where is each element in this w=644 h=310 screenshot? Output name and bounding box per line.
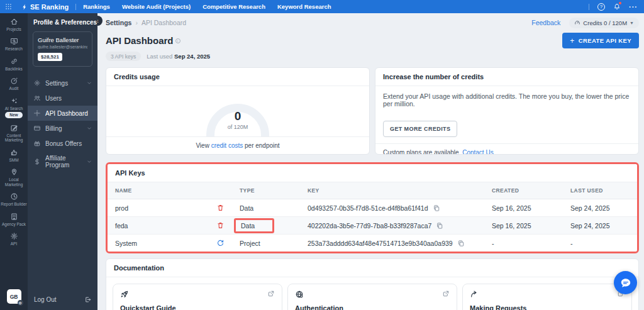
- chevron-down-icon: [87, 80, 92, 86]
- key-name: prod: [115, 204, 128, 212]
- credits-usage-title: Credits usage: [106, 68, 369, 86]
- lightning-icon: [21, 3, 28, 11]
- menu-item-affiliate-program[interactable]: Affiliate Program: [28, 151, 97, 172]
- contact-us-link[interactable]: Contact Us: [462, 149, 493, 155]
- documentation-card: Documentation Quickstart Guide Copy-past…: [106, 258, 639, 310]
- user-card: Guifre Ballester guifre.ballester@serank…: [33, 31, 92, 67]
- credits-usage-card: Credits usage 0 of 120M View credit cost…: [106, 67, 370, 155]
- gauge-icon: [574, 19, 580, 26]
- credits-total-caption: of 120M: [205, 124, 270, 130]
- brand-name: SE Ranking: [30, 3, 69, 11]
- credit-card-icon: [33, 125, 41, 132]
- create-api-key-button[interactable]: + CREATE API KEY: [562, 33, 639, 48]
- annotation-box-api-keys: API Keys NAME TYPE KEY CREATED LAST USED…: [106, 162, 639, 253]
- apps-grid-icon[interactable]: [5, 3, 12, 10]
- key-created: -: [484, 235, 563, 252]
- key-last-used: -: [563, 235, 637, 252]
- refresh-key-icon[interactable]: [216, 239, 225, 247]
- globe-lock-icon: [295, 290, 304, 299]
- breadcrumb-separator: ›: [135, 19, 138, 26]
- help-icon[interactable]: ?: [597, 3, 605, 11]
- credits-gauge: 0 of 120M: [205, 102, 270, 136]
- balance-badge[interactable]: $28,521: [38, 53, 62, 61]
- nav-keyword-research[interactable]: Keyword Research: [277, 3, 331, 10]
- sidebar-item-content-marketing[interactable]: Content Marketing: [0, 121, 28, 146]
- avatar-gear-icon: ⚙: [18, 300, 23, 306]
- sidebar-item-audit[interactable]: Audit: [0, 74, 28, 94]
- menu-item-api-dashboard[interactable]: API Dashboard: [28, 106, 97, 121]
- chat-widget-button[interactable]: [614, 271, 637, 294]
- primary-sidebar: Projects Research Backlinks Audit AI Sea…: [0, 13, 28, 310]
- feedback-link[interactable]: Feedback: [531, 19, 560, 26]
- user-avatar[interactable]: GB ⚙: [7, 289, 21, 304]
- user-name: Guifre Ballester: [38, 36, 87, 43]
- sidebar-item-ai-search[interactable]: AI Search New: [0, 94, 28, 121]
- api-keys-title: API Keys: [108, 164, 637, 182]
- api-keys-count-badge: 3 API keys: [106, 52, 141, 61]
- annotation-box-type-cell: Data: [234, 218, 274, 233]
- breadcrumb-settings[interactable]: Settings: [106, 19, 131, 26]
- sidebar-item-agency-pack[interactable]: Agency Pack: [0, 210, 28, 230]
- copy-icon[interactable]: [436, 222, 443, 230]
- caret-down-icon: ▼: [630, 21, 634, 25]
- menu-item-billing[interactable]: Billing: [28, 121, 97, 136]
- table-row: feda Data 402202da-3b5e-77d9-7ba8-b33f92…: [108, 217, 637, 235]
- key-value: 253a73adddd634af48e47514713e9b340aa0a939: [308, 240, 453, 247]
- menu-item-users[interactable]: Users: [28, 91, 97, 106]
- table-row: prod Data 0d493257-0b35-f7d8-51ce-d4f8ba…: [108, 199, 637, 217]
- key-last-used: Sep 24, 2025: [563, 199, 637, 216]
- credits-usage-footer: View credit costs per endpoint: [106, 136, 369, 154]
- get-more-credits-button[interactable]: GET MORE CREDITS: [383, 121, 457, 137]
- logout-button[interactable]: Log Out: [28, 289, 97, 310]
- chevron-down-icon: [87, 126, 92, 131]
- doc-card-making-requests[interactable]: Making Requests URL schema, query params…: [462, 284, 632, 310]
- chat-bubble-icon: [620, 277, 631, 289]
- profile-preferences-panel: Profile & Preferences Guifre Ballester g…: [28, 13, 97, 310]
- doc-card-authentication[interactable]: Authentication Secure every call with yo…: [287, 284, 457, 310]
- sidebar-item-api[interactable]: API: [0, 230, 28, 249]
- delete-key-icon[interactable]: [216, 221, 225, 230]
- key-created: Sep 16, 2025: [484, 217, 563, 234]
- chevron-down-icon: [87, 159, 92, 164]
- menu-item-settings[interactable]: Settings: [28, 75, 97, 91]
- doc-card-quickstart[interactable]: Quickstart Guide Copy-paste examples to …: [113, 284, 282, 310]
- gear-icon: [33, 79, 41, 87]
- sidebar-item-backlinks[interactable]: Backlinks: [0, 55, 28, 74]
- copy-icon[interactable]: [457, 240, 465, 247]
- collapse-sidebar-button[interactable]: ‹: [97, 16, 103, 26]
- nav-website-audit[interactable]: Website Audit (Projects): [122, 3, 191, 10]
- breadcrumb-api-dashboard: API Dashboard: [142, 19, 186, 26]
- key-type: Data: [241, 222, 255, 230]
- divider: [75, 4, 76, 10]
- nav-rankings[interactable]: Rankings: [83, 3, 110, 10]
- column-key: KEY: [300, 182, 484, 199]
- credits-dropdown[interactable]: Credits 0 / 120M ▼: [569, 18, 639, 28]
- arrow-redirect-icon: [470, 290, 479, 299]
- key-last-used: Sep 24, 2025: [563, 217, 637, 234]
- key-type: Project: [240, 240, 260, 247]
- sidebar-item-projects[interactable]: Projects: [0, 15, 28, 35]
- top-bar: SE Ranking Rankings Website Audit (Proje…: [0, 0, 644, 13]
- copy-icon[interactable]: [433, 204, 440, 212]
- sidebar-item-smm[interactable]: SMM: [0, 146, 28, 165]
- credit-costs-link[interactable]: credit costs: [211, 142, 243, 149]
- nav-competitive-research[interactable]: Competitive Research: [203, 3, 265, 10]
- brand-logo[interactable]: SE Ranking: [21, 3, 69, 11]
- external-link-icon: [442, 290, 450, 297]
- sidebar-item-research[interactable]: Research: [0, 35, 28, 54]
- sidebar-item-report-builder[interactable]: Report Builder: [0, 190, 28, 209]
- top-nav: Rankings Website Audit (Projects) Compet…: [83, 3, 331, 10]
- increase-credits-title: Increase the number of credits: [375, 68, 638, 86]
- documentation-title: Documentation: [106, 259, 638, 277]
- crosshair-icon: [33, 109, 41, 117]
- last-used-value: Sep 24, 2025: [174, 53, 210, 60]
- more-menu-icon[interactable]: ···: [629, 5, 638, 9]
- sidebar-item-local-marketing[interactable]: Local Marketing: [0, 165, 28, 190]
- credits-used-value: 0: [205, 109, 270, 123]
- menu-item-bonus-offers[interactable]: Bonus Offers: [28, 136, 97, 151]
- key-name: System: [115, 240, 137, 247]
- delete-key-icon[interactable]: [216, 204, 225, 212]
- info-icon[interactable]: i: [175, 38, 180, 43]
- notifications-bell-icon[interactable]: [613, 3, 621, 11]
- key-value: 0d493257-0b35-f7d8-51ce-d4f8ba61f41d: [308, 204, 428, 212]
